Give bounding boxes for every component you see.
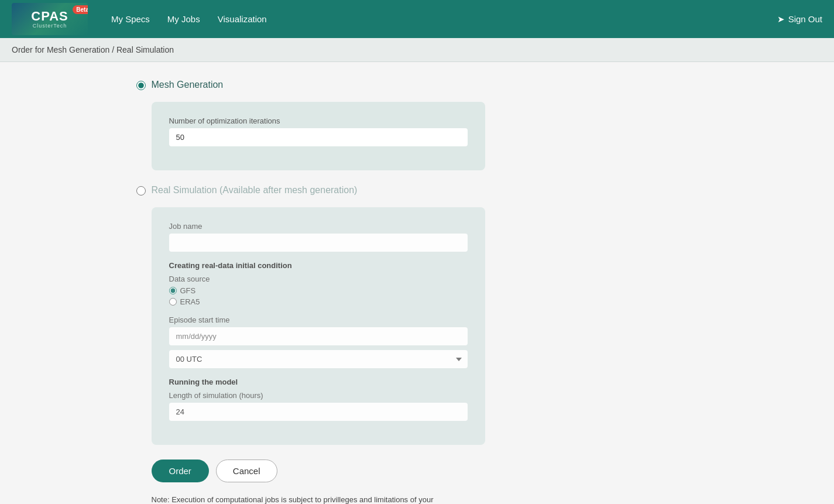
navigation: CPAS ClusterTech Beta My Specs My Jobs V… [0, 0, 834, 38]
beta-badge: Beta [73, 5, 88, 14]
data-source-label: Data source [169, 275, 468, 283]
logo-cpas-text: CPAS [31, 10, 68, 23]
breadcrumb-text: Order for Mesh Generation / Real Simulat… [12, 45, 174, 54]
cancel-button[interactable]: Cancel [216, 460, 277, 482]
episode-date-input[interactable] [169, 327, 468, 345]
logo: CPAS ClusterTech Beta [12, 3, 88, 35]
signout-arrow-icon: ➤ [777, 14, 785, 25]
logo-box: CPAS ClusterTech Beta [12, 3, 88, 35]
signout-button[interactable]: ➤ Sign Out [777, 14, 822, 25]
job-name-input[interactable] [169, 234, 468, 252]
nav-visualization[interactable]: Visualization [218, 14, 267, 24]
main-content: Mesh Generation Number of optimization i… [125, 62, 710, 504]
signout-label: Sign Out [788, 14, 822, 24]
initial-condition-group: Creating real-data initial condition Dat… [169, 261, 468, 306]
episode-start-label: Episode start time [169, 316, 468, 324]
job-name-label: Job name [169, 222, 468, 231]
order-button[interactable]: Order [152, 460, 209, 482]
era5-label: ERA5 [180, 297, 200, 306]
nav-links: My Specs My Jobs Visualization [111, 14, 777, 24]
buttons-row: Order Cancel [152, 460, 698, 482]
era5-radio-option[interactable]: ERA5 [169, 297, 468, 306]
real-simulation-radio[interactable] [136, 186, 146, 196]
episode-start-group: Episode start time 00 UTC 06 UTC 12 UTC … [169, 316, 468, 368]
gfs-label: GFS [180, 286, 196, 295]
initial-condition-label: Creating real-data initial condition [169, 261, 468, 270]
mesh-generation-radio[interactable] [136, 81, 146, 90]
real-simulation-section-row: Real Simulation (Available after mesh ge… [136, 185, 698, 196]
logo-sub-text: ClusterTech [33, 23, 67, 29]
mesh-generation-card: Number of optimization iterations [152, 102, 485, 170]
real-simulation-label: Real Simulation (Available after mesh ge… [152, 185, 358, 196]
nav-my-jobs[interactable]: My Jobs [167, 14, 200, 24]
era5-radio[interactable] [169, 298, 177, 306]
iterations-label: Number of optimization iterations [169, 116, 468, 125]
nav-my-specs[interactable]: My Specs [111, 14, 150, 24]
iterations-field-group: Number of optimization iterations [169, 116, 468, 146]
note: Note: Execution of computational jobs is… [152, 494, 444, 504]
running-model-group: Running the model Length of simulation (… [169, 378, 468, 421]
utc-select[interactable]: 00 UTC 06 UTC 12 UTC 18 UTC [169, 350, 468, 368]
breadcrumb: Order for Mesh Generation / Real Simulat… [0, 38, 834, 62]
running-model-label: Running the model [169, 378, 468, 386]
sim-length-input[interactable] [169, 403, 468, 421]
job-name-field-group: Job name [169, 222, 468, 252]
mesh-generation-section-row: Mesh Generation [136, 80, 698, 90]
iterations-input[interactable] [169, 128, 468, 146]
gfs-radio[interactable] [169, 287, 177, 294]
gfs-radio-option[interactable]: GFS [169, 286, 468, 295]
real-simulation-card: Job name Creating real-data initial cond… [152, 207, 485, 445]
sim-length-label: Length of simulation (hours) [169, 391, 468, 400]
mesh-generation-label: Mesh Generation [152, 80, 224, 90]
